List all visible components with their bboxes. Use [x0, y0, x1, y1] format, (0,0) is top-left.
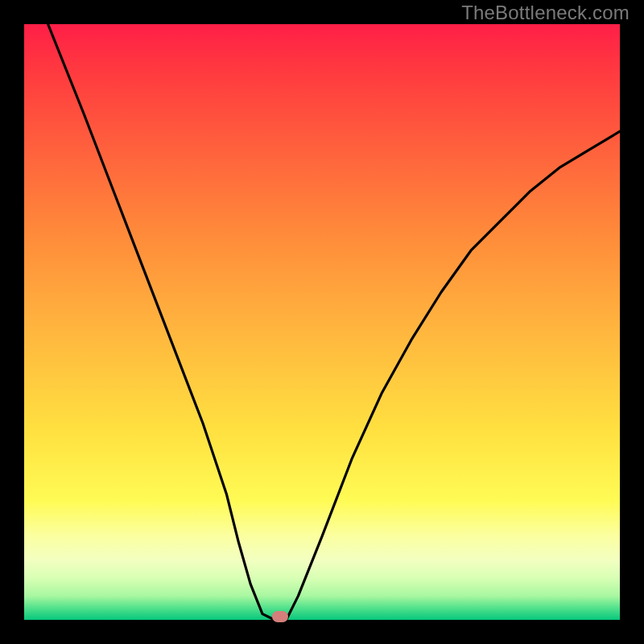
chart-frame: TheBottleneck.com — [0, 0, 644, 644]
minimum-marker — [272, 611, 288, 622]
watermark-text: TheBottleneck.com — [461, 2, 630, 24]
gradient-plot-area — [24, 24, 620, 620]
